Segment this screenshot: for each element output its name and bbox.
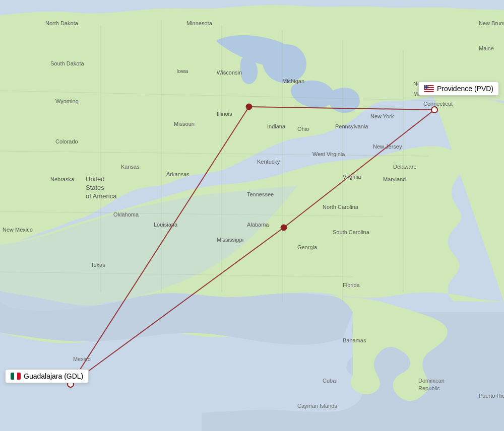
label-virginia: Virginia xyxy=(343,174,361,180)
label-west-virginia: West Virginia xyxy=(312,151,345,157)
label-north-dakota: North Dakota xyxy=(45,20,79,26)
label-mexico: Mexico xyxy=(73,356,91,362)
label-oklahoma: Oklahoma xyxy=(113,211,139,218)
label-bahamas: Bahamas xyxy=(343,337,366,343)
label-iowa: Iowa xyxy=(176,68,188,74)
label-south-dakota: South Dakota xyxy=(50,60,85,66)
svg-point-20 xyxy=(431,107,437,113)
mx-flag-icon xyxy=(11,373,21,380)
label-kentucky: Kentucky xyxy=(257,159,280,165)
label-ohio: Ohio xyxy=(297,126,309,132)
label-united-states-3: of America xyxy=(86,192,117,200)
label-missouri: Missouri xyxy=(174,121,195,127)
pvd-airport-name: Providence (PVD) xyxy=(437,85,493,93)
label-louisiana: Louisiana xyxy=(154,222,178,228)
label-new-jersey: New Jersey xyxy=(373,143,402,150)
label-new-brunswick: New Brunswick xyxy=(479,20,504,26)
pvd-airport-label: ★★★★★★ Providence (PVD) xyxy=(418,82,499,96)
label-illinois: Illinois xyxy=(217,111,232,117)
label-pennsylvania: Pennsylvania xyxy=(335,123,368,129)
label-tennessee: Tennessee xyxy=(247,191,274,197)
label-colorado: Colorado xyxy=(55,138,78,145)
label-united-states: United xyxy=(86,175,105,183)
map-container: North Dakota South Dakota Wyoming Colora… xyxy=(0,0,504,431)
label-dominican-2: Republic xyxy=(418,385,440,391)
label-nebraska: Nebraska xyxy=(50,176,75,182)
label-mississippi: Mississippi xyxy=(217,237,243,243)
label-kansas: Kansas xyxy=(121,164,140,170)
label-united-states-2: States xyxy=(86,184,104,191)
label-south-carolina: South Carolina xyxy=(333,229,370,235)
label-michigan: Michigan xyxy=(282,78,304,84)
us-flag-icon: ★★★★★★ xyxy=(424,85,434,92)
label-puerto-rico: Puerto Rico xyxy=(479,393,504,399)
label-connecticut: Connecticut xyxy=(423,101,453,107)
svg-point-18 xyxy=(281,225,287,231)
label-new-york: New York xyxy=(370,113,394,119)
label-maryland: Maryland xyxy=(383,176,406,182)
label-indiana: Indiana xyxy=(267,123,286,129)
svg-point-17 xyxy=(246,104,252,110)
label-texas: Texas xyxy=(91,262,105,268)
label-florida: Florida xyxy=(343,282,360,288)
gdl-airport-name: Guadalajara (GDL) xyxy=(24,372,83,380)
label-arkansas: Arkansas xyxy=(166,171,190,177)
label-cayman: Cayman Islands xyxy=(297,403,337,409)
label-cuba: Cuba xyxy=(323,378,336,384)
label-new-mexico: New Mexico xyxy=(3,227,33,233)
label-maine: Maine xyxy=(479,45,494,51)
label-georgia: Georgia xyxy=(297,244,318,250)
label-wisconsin: Wisconsin xyxy=(217,69,242,76)
label-north-carolina: North Carolina xyxy=(323,204,359,210)
label-alabama: Alabama xyxy=(247,222,269,228)
label-delaware: Delaware xyxy=(393,164,416,170)
label-wyoming: Wyoming xyxy=(55,98,79,104)
label-dominican: Dominican xyxy=(418,378,445,384)
label-minnesota: Minnesota xyxy=(186,20,213,26)
gdl-airport-label: Guadalajara (GDL) xyxy=(5,369,89,383)
